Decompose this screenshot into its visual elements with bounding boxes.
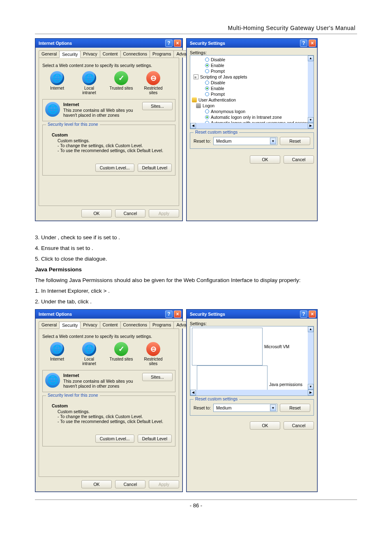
zone-local-intranet[interactable]: Local intranet bbox=[77, 342, 101, 366]
zone-internet[interactable]: Internet bbox=[45, 71, 69, 95]
sites-button[interactable]: Sites... bbox=[142, 373, 173, 381]
cancel-button[interactable]: Cancel bbox=[115, 480, 145, 488]
scroll-left-icon[interactable]: ◀ bbox=[190, 390, 196, 395]
group-legend: Security level for this zone bbox=[46, 393, 100, 398]
custom-level-button[interactable]: Custom Level... bbox=[95, 164, 134, 172]
tab-programs[interactable]: Programs bbox=[150, 321, 174, 328]
radio-icon[interactable] bbox=[205, 69, 209, 73]
cancel-button[interactable]: Cancel bbox=[284, 421, 314, 430]
radio-icon[interactable] bbox=[205, 115, 209, 119]
scroll-right-icon[interactable]: ▶ bbox=[308, 390, 314, 395]
tab-content[interactable]: Content bbox=[100, 50, 121, 58]
reset-select[interactable]: Medium ▼ bbox=[213, 404, 277, 412]
vertical-scrollbar[interactable]: ▲▼ bbox=[308, 56, 314, 123]
sites-button[interactable]: Sites... bbox=[142, 102, 173, 110]
radio-icon[interactable] bbox=[205, 92, 209, 96]
reset-button[interactable]: Reset bbox=[280, 137, 310, 145]
chevron-down-icon[interactable]: ▼ bbox=[270, 405, 276, 411]
scroll-up-icon[interactable]: ▲ bbox=[308, 56, 314, 61]
settings-label: Settings: bbox=[190, 321, 314, 326]
radio-icon[interactable] bbox=[205, 86, 209, 90]
close-icon[interactable]: × bbox=[174, 310, 181, 318]
default-level-button[interactable]: Default Level bbox=[138, 164, 172, 172]
category-user-auth: User Authentication bbox=[198, 97, 236, 103]
apply-button[interactable]: Apply bbox=[149, 209, 179, 217]
selected-zone-box: Internet This zone contains all Web site… bbox=[42, 99, 175, 121]
io2-title: Internet Options bbox=[39, 312, 164, 317]
cancel-button[interactable]: Cancel bbox=[284, 155, 314, 164]
custom-line: - To change the settings, click Custom L… bbox=[58, 143, 172, 148]
screenshots-row-1: Internet Options ? × General Security Pr… bbox=[35, 38, 357, 221]
zone-internet[interactable]: Internet bbox=[45, 342, 69, 366]
scroll-left-icon[interactable]: ◀ bbox=[190, 123, 196, 129]
help-icon[interactable]: ? bbox=[165, 310, 173, 318]
ss2-title: Security Settings bbox=[190, 312, 299, 317]
tab-content[interactable]: Content bbox=[100, 321, 121, 328]
settings-listbox[interactable]: Microsoft VM Java permissions Custom Dis… bbox=[190, 326, 314, 396]
close-icon[interactable]: × bbox=[309, 39, 316, 47]
tab-privacy[interactable]: Privacy bbox=[80, 50, 100, 58]
zone-restricted-sites[interactable]: Restricted sites bbox=[141, 342, 166, 366]
help-icon[interactable]: ? bbox=[300, 310, 307, 318]
vertical-scrollbar[interactable]: ▲▼ bbox=[308, 326, 314, 390]
option-intranet: Automatic logon only in Intranet zone bbox=[211, 114, 282, 120]
radio-icon[interactable] bbox=[205, 81, 209, 85]
tab-connections[interactable]: Connections bbox=[120, 321, 150, 328]
reset-button[interactable]: Reset bbox=[280, 404, 310, 412]
help-icon[interactable]: ? bbox=[165, 39, 173, 47]
zone-trusted-sites[interactable]: Trusted sites bbox=[109, 342, 134, 366]
category-java-permissions: Java permissions bbox=[269, 382, 302, 387]
close-icon[interactable]: × bbox=[309, 310, 316, 318]
close-icon[interactable]: × bbox=[174, 39, 181, 47]
reset-select[interactable]: Medium ▼ bbox=[213, 137, 277, 145]
globe-icon bbox=[50, 342, 64, 356]
scroll-down-icon[interactable]: ▼ bbox=[308, 384, 314, 390]
settings-label: Settings: bbox=[190, 50, 314, 55]
chevron-down-icon[interactable]: ▼ bbox=[270, 138, 276, 144]
cancel-button[interactable]: Cancel bbox=[115, 209, 145, 217]
tab-general[interactable]: General bbox=[39, 50, 60, 58]
radio-icon[interactable] bbox=[205, 63, 209, 67]
globe-icon bbox=[50, 71, 64, 85]
tab-general[interactable]: General bbox=[39, 321, 60, 328]
apply-button[interactable]: Apply bbox=[149, 480, 179, 488]
tab-programs[interactable]: Programs bbox=[150, 50, 174, 58]
tab-connections[interactable]: Connections bbox=[120, 50, 150, 58]
zone-local-intranet[interactable]: Local intranet bbox=[77, 71, 101, 95]
tab-security[interactable]: Security bbox=[59, 321, 81, 329]
ok-button[interactable]: OK bbox=[81, 480, 112, 488]
default-level-button[interactable]: Default Level bbox=[138, 435, 172, 443]
custom-heading: Custom bbox=[52, 132, 172, 137]
scroll-right-icon[interactable]: ▶ bbox=[308, 123, 314, 129]
zone-label: Local intranet bbox=[82, 86, 96, 95]
option-prompt: Prompt bbox=[211, 91, 225, 97]
custom-line: Custom settings. bbox=[58, 138, 172, 143]
tab-privacy[interactable]: Privacy bbox=[80, 321, 100, 328]
radio-icon[interactable] bbox=[205, 58, 209, 62]
tab-security[interactable]: Security bbox=[59, 51, 81, 58]
settings-listbox[interactable]: Disable Enable Prompt Scripting of Java … bbox=[190, 55, 314, 129]
help-icon[interactable]: ? bbox=[300, 39, 307, 47]
zone-restricted-sites[interactable]: Restricted sites bbox=[141, 71, 166, 95]
option-enable: Enable bbox=[211, 62, 224, 68]
ok-button[interactable]: OK bbox=[250, 155, 280, 164]
horizontal-scrollbar[interactable]: ◀▶ bbox=[190, 123, 314, 129]
horizontal-scrollbar[interactable]: ◀▶ bbox=[190, 390, 314, 395]
reset-to-label: Reset to: bbox=[194, 405, 211, 410]
ok-button[interactable]: OK bbox=[250, 421, 280, 430]
scroll-up-icon[interactable]: ▲ bbox=[308, 326, 314, 332]
step-5: 5. Click to close the dialogue. bbox=[35, 254, 357, 264]
java-step-1: 1. In Internet Explorer, click > . bbox=[35, 286, 357, 296]
key-icon bbox=[196, 103, 201, 108]
custom-level-button[interactable]: Custom Level... bbox=[95, 435, 134, 443]
zone-label: Internet bbox=[50, 86, 64, 90]
zone-trusted-sites[interactable]: Trusted sites bbox=[109, 71, 134, 95]
screenshots-row-2: Internet Options ? × General Security Pr… bbox=[35, 309, 357, 492]
io-tabs: General Security Privacy Content Connect… bbox=[39, 50, 179, 58]
script-icon bbox=[194, 74, 198, 79]
custom-line: - To use the recommended settings, click… bbox=[58, 148, 172, 153]
scroll-down-icon[interactable]: ▼ bbox=[308, 117, 314, 123]
step-3: 3. Under , check to see if is set to . bbox=[35, 233, 357, 243]
radio-icon[interactable] bbox=[205, 109, 209, 113]
ok-button[interactable]: OK bbox=[81, 209, 112, 217]
